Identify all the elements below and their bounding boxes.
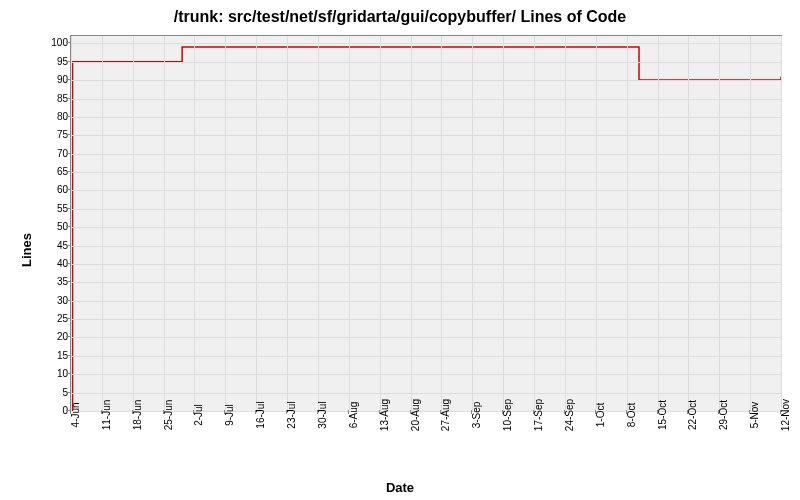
y-tick-label: 55 bbox=[38, 202, 68, 213]
x-tick-label: 5-Nov bbox=[749, 402, 760, 429]
y-tick-label: 100 bbox=[38, 37, 68, 48]
y-tick-label: 50 bbox=[38, 221, 68, 232]
x-tick-label: 23-Jul bbox=[286, 401, 297, 428]
y-tick-label: 85 bbox=[38, 92, 68, 103]
y-tick-label: 5 bbox=[38, 386, 68, 397]
x-tick-label: 12-Nov bbox=[780, 399, 791, 431]
x-tick-label: 2-Jul bbox=[193, 404, 204, 426]
chart-title: /trunk: src/test/net/sf/gridarta/gui/cop… bbox=[0, 8, 800, 26]
y-axis-label: Lines bbox=[19, 233, 34, 267]
y-tick-label: 75 bbox=[38, 129, 68, 140]
x-tick-label: 6-Aug bbox=[348, 402, 359, 429]
y-tick-label: 80 bbox=[38, 110, 68, 121]
x-tick-label: 18-Jun bbox=[132, 400, 143, 431]
x-tick-label: 22-Oct bbox=[687, 400, 698, 430]
x-tick-label: 10-Sep bbox=[502, 399, 513, 431]
y-tick-label: 35 bbox=[38, 276, 68, 287]
x-tick-label: 29-Oct bbox=[718, 400, 729, 430]
y-tick-label: 15 bbox=[38, 349, 68, 360]
plot-area bbox=[70, 35, 782, 412]
x-tick-label: 8-Oct bbox=[626, 403, 637, 427]
line-series bbox=[71, 36, 781, 411]
x-tick-label: 30-Jul bbox=[317, 401, 328, 428]
x-tick-label: 16-Jul bbox=[255, 401, 266, 428]
x-axis-label: Date bbox=[386, 480, 414, 495]
y-tick-label: 70 bbox=[38, 147, 68, 158]
y-tick-label: 95 bbox=[38, 55, 68, 66]
y-tick-label: 10 bbox=[38, 368, 68, 379]
chart-container: /trunk: src/test/net/sf/gridarta/gui/cop… bbox=[0, 0, 800, 500]
x-tick-label: 3-Sep bbox=[471, 402, 482, 429]
y-tick-label: 45 bbox=[38, 239, 68, 250]
y-tick-label: 40 bbox=[38, 257, 68, 268]
x-tick-label: 11-Jun bbox=[101, 400, 112, 431]
x-tick-label: 24-Sep bbox=[564, 399, 575, 431]
y-tick-label: 25 bbox=[38, 313, 68, 324]
x-tick-label: 9-Jul bbox=[224, 404, 235, 426]
x-tick-label: 27-Aug bbox=[440, 399, 451, 431]
x-tick-label: 1-Oct bbox=[595, 403, 606, 427]
y-tick-label: 65 bbox=[38, 166, 68, 177]
x-tick-label: 15-Oct bbox=[657, 400, 668, 430]
y-tick-label: 20 bbox=[38, 331, 68, 342]
x-tick-label: 17-Sep bbox=[533, 399, 544, 431]
x-tick-label: 4-Jun bbox=[70, 402, 81, 427]
y-tick-label: 90 bbox=[38, 74, 68, 85]
x-tick-label: 13-Aug bbox=[379, 399, 390, 431]
y-tick-label: 30 bbox=[38, 294, 68, 305]
x-tick-label: 25-Jun bbox=[163, 400, 174, 431]
y-tick-label: 0 bbox=[38, 405, 68, 416]
x-tick-label: 20-Aug bbox=[410, 399, 421, 431]
y-tick-label: 60 bbox=[38, 184, 68, 195]
